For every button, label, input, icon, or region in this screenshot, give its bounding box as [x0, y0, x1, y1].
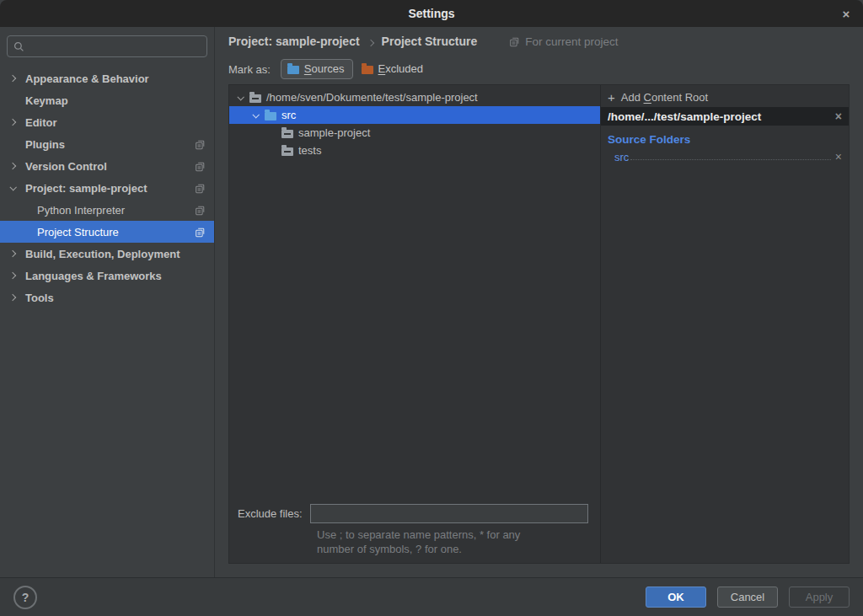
per-project-settings-icon — [195, 205, 206, 216]
chevron-right-icon[interactable] — [9, 75, 16, 82]
per-project-settings-icon — [195, 161, 206, 172]
content-root-tree: /home/sven/Dokumente/test/sample-project… — [229, 85, 600, 563]
content-root-details: + Add Content Root /home/.../test/sample… — [601, 85, 849, 563]
per-project-settings-icon — [509, 36, 520, 47]
add-content-root-button[interactable]: + Add Content Root — [601, 87, 849, 107]
source-folders-title: Source Folders — [608, 133, 842, 146]
per-project-settings-icon — [195, 227, 206, 238]
tree-row-src[interactable]: src — [229, 106, 600, 124]
per-project-settings-icon — [195, 183, 206, 194]
exclude-files-hint: Use ; to separate name patterns, * for a… — [317, 528, 592, 556]
sources-folder-icon — [287, 66, 299, 74]
chevron-right-icon — [367, 39, 373, 46]
sidebar-item-python-interpreter[interactable]: Python Interpreter — [0, 199, 214, 221]
exclude-files-input[interactable] — [310, 504, 588, 523]
sidebar-item-project-structure[interactable]: Project Structure — [0, 221, 214, 243]
ok-button[interactable]: OK — [646, 587, 706, 608]
tree-row-tests[interactable]: tests — [229, 142, 600, 159]
chevron-down-icon[interactable] — [237, 94, 244, 100]
mark-sources-button[interactable]: Sources — [281, 59, 353, 79]
exclude-files-section: Exclude files: Use ; to separate name pa… — [229, 504, 600, 563]
exclude-files-label: Exclude files: — [238, 507, 310, 520]
sidebar-item-build-execution-deployment[interactable]: Build, Execution, Deployment — [0, 243, 214, 265]
chevron-right-icon[interactable] — [9, 119, 16, 126]
chevron-right-icon[interactable] — [9, 250, 16, 257]
mark-as-label: Mark as: — [228, 63, 271, 76]
close-button[interactable]: × — [829, 0, 863, 27]
sidebar-item-version-control[interactable]: Version Control — [0, 155, 214, 177]
chevron-right-icon[interactable] — [9, 163, 16, 169]
close-icon: × — [843, 7, 850, 21]
settings-nav: Appearance & Behavior Keymap Editor Plug… — [0, 67, 214, 577]
folder-icon — [249, 94, 261, 103]
title-bar: Settings × — [0, 0, 863, 27]
sidebar-item-languages-frameworks[interactable]: Languages & Frameworks — [0, 265, 214, 287]
settings-search-box[interactable] — [7, 35, 207, 57]
chevron-down-icon[interactable] — [252, 111, 259, 118]
sidebar-item-plugins[interactable]: Plugins — [0, 133, 214, 155]
source-folder-entry[interactable]: src × — [614, 150, 842, 163]
per-project-settings-icon — [195, 139, 206, 150]
mark-as-toolbar: Mark as: Sources Excluded — [215, 56, 863, 83]
help-button[interactable]: ? — [13, 586, 37, 609]
sidebar-item-keymap[interactable]: Keymap — [0, 89, 214, 111]
excluded-folder-icon — [362, 66, 373, 74]
sidebar-item-tools[interactable]: Tools — [0, 287, 214, 308]
plus-icon: + — [608, 91, 615, 104]
apply-button[interactable]: Apply — [789, 587, 850, 608]
dialog-footer: ? OK Cancel Apply — [0, 577, 863, 616]
sidebar-item-project-sample-project[interactable]: Project: sample-project — [0, 177, 214, 199]
dialog-title: Settings — [408, 7, 454, 20]
remove-content-root-icon[interactable]: × — [835, 110, 842, 123]
dotted-leader — [630, 159, 830, 160]
settings-sidebar: Appearance & Behavior Keymap Editor Plug… — [0, 27, 215, 577]
settings-main: Project: sample-project Project Structur… — [215, 27, 863, 577]
source-folder-icon — [265, 112, 276, 121]
folder-icon — [281, 130, 293, 138]
page-title: Project Structure — [382, 35, 478, 48]
sidebar-item-editor[interactable]: Editor — [0, 111, 214, 133]
scope-note: For current project — [509, 35, 618, 48]
folder-icon — [281, 147, 293, 156]
search-icon — [13, 41, 24, 52]
breadcrumb-project: Project: sample-project — [228, 35, 360, 48]
cancel-button[interactable]: Cancel — [717, 587, 778, 608]
chevron-down-icon[interactable] — [9, 184, 16, 190]
tree-row-content-root[interactable]: /home/sven/Dokumente/test/sample-project — [229, 88, 600, 106]
structure-panels: /home/sven/Dokumente/test/sample-project… — [228, 84, 850, 564]
question-mark-icon: ? — [22, 591, 29, 604]
tree-row-sample-project[interactable]: sample-project — [229, 124, 600, 142]
breadcrumb: Project: sample-project Project Structur… — [215, 27, 863, 56]
search-input[interactable] — [29, 40, 201, 53]
sidebar-item-appearance-behavior[interactable]: Appearance & Behavior — [0, 67, 214, 89]
content-root-entry[interactable]: /home/.../test/sample-project × — [601, 107, 849, 126]
chevron-right-icon[interactable] — [9, 272, 16, 279]
mark-excluded-button[interactable]: Excluded — [355, 59, 432, 79]
remove-source-folder-icon[interactable]: × — [835, 150, 842, 163]
settings-dialog: Settings × Appearance & Behavior Keymap — [0, 0, 863, 616]
chevron-right-icon[interactable] — [9, 294, 16, 301]
